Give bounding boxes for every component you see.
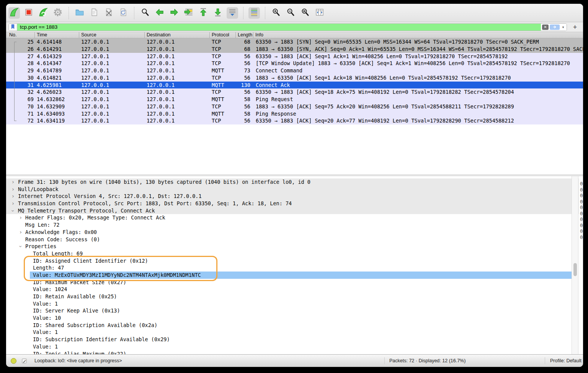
- packet-detail-pane: ›Frame 31: 130 bytes on wire (1040 bits)…: [6, 176, 583, 354]
- packet-row[interactable]: 264.614291127.0.0.1127.0.0.1TCP681883 → …: [6, 46, 583, 53]
- detail-row[interactable]: ID: Topic Alias Maximum (0x22): [6, 350, 583, 355]
- packet-row[interactable]: 284.614347127.0.0.1127.0.0.1TCP56[TCP Wi…: [6, 60, 583, 67]
- packet-row[interactable]: 304.614821127.0.0.1127.0.0.1TCP561883 → …: [6, 74, 583, 82]
- column-header-info[interactable]: Info: [253, 32, 583, 38]
- hex-offset-digit: 0: [579, 222, 583, 229]
- expert-info-icon[interactable]: [11, 358, 16, 364]
- start-capture-button[interactable]: [8, 7, 20, 19]
- detail-row-text: ID: Server Keep Alive (0x13): [33, 308, 120, 314]
- detail-row[interactable]: ID: Server Keep Alive (0x13): [6, 307, 583, 314]
- column-header-destination[interactable]: Destination: [145, 32, 210, 38]
- stop-capture-button[interactable]: [23, 7, 34, 19]
- find-packet-button[interactable]: [139, 7, 151, 19]
- packet-row[interactable]: 274.614329127.0.0.1127.0.0.1TCP5663350 →…: [6, 53, 583, 60]
- packet-row[interactable]: 7014.632909127.0.0.1127.0.0.1TCP561883 →…: [6, 103, 583, 110]
- detail-row[interactable]: ID: Maximum Packet Size (0x27): [6, 279, 583, 286]
- capture-status-text: Loopback: lo0: <live capture in progress…: [34, 355, 122, 367]
- detail-row[interactable]: Reason Code: Success (0): [6, 236, 583, 243]
- chevron-collapsed-icon[interactable]: ›: [11, 200, 15, 207]
- detail-row-text: Length: 47: [33, 265, 64, 271]
- close-file-button[interactable]: [103, 7, 114, 19]
- chevron-collapsed-icon[interactable]: ›: [11, 186, 15, 193]
- detail-row[interactable]: ID: Subscription Identifier Available (0…: [6, 336, 583, 343]
- detail-row[interactable]: ›Frame 31: 130 bytes on wire (1040 bits)…: [6, 178, 583, 186]
- column-header-length[interactable]: Length: [236, 32, 253, 38]
- detail-row[interactable]: ›MQ Telemetry Transport Protocol, Connec…: [6, 207, 583, 214]
- detail-row[interactable]: Total Length: 69: [6, 250, 583, 257]
- chevron-collapsed-icon[interactable]: ›: [18, 214, 23, 221]
- go-to-packet-button[interactable]: [183, 7, 194, 19]
- go-last-packet-button[interactable]: [212, 7, 224, 19]
- detail-row[interactable]: ID: Retain Available (0x25): [6, 293, 583, 300]
- detail-row[interactable]: ›Transmission Control Protocol, Src Port…: [6, 200, 583, 207]
- detail-row[interactable]: ›Null/Loopback: [6, 186, 583, 193]
- auto-scroll-button[interactable]: [227, 7, 238, 19]
- detail-row[interactable]: ›Internet Protocol Version 4, Src: 127.0…: [6, 193, 583, 200]
- packet-row[interactable]: 6914.632862127.0.0.1127.0.0.1MQTT58Ping …: [6, 96, 583, 103]
- open-file-button[interactable]: [74, 7, 85, 19]
- display-filter-field[interactable]: tcp.port == 1883 ✕ ▾: [8, 23, 567, 31]
- packet-row[interactable]: 324.626023127.0.0.1127.0.0.1TCP5663350 →…: [6, 88, 583, 96]
- go-back-button[interactable]: [154, 7, 165, 19]
- hex-offset-digit: 0: [579, 228, 583, 234]
- display-filter-input[interactable]: tcp.port == 1883: [17, 24, 541, 31]
- filter-bookmark-button[interactable]: [9, 24, 17, 31]
- reload-file-button[interactable]: [118, 7, 129, 19]
- detail-row[interactable]: Msg Len: 72: [6, 221, 583, 229]
- zoom-in-button[interactable]: [270, 7, 282, 19]
- filter-apply-button[interactable]: [550, 25, 560, 30]
- profile-text[interactable]: Profile: Default: [550, 355, 581, 367]
- gear-icon: [53, 7, 63, 19]
- detail-scrollbar[interactable]: [572, 176, 578, 354]
- chevron-collapsed-icon[interactable]: ›: [11, 178, 15, 186]
- zoom-out-button[interactable]: [285, 7, 296, 19]
- filter-clear-button[interactable]: ✕: [542, 25, 549, 30]
- detail-row[interactable]: ›Properties: [6, 243, 583, 250]
- display-filter-bar: tcp.port == 1883 ✕ ▾ +: [6, 22, 583, 32]
- zoom-reset-icon: [301, 8, 310, 18]
- go-forward-button[interactable]: [168, 7, 180, 19]
- detail-row[interactable]: Value: 1024: [6, 286, 583, 293]
- scrollbar-thumb[interactable]: [573, 263, 577, 276]
- column-header-no[interactable]: No.: [6, 32, 35, 38]
- detail-row[interactable]: Value: 1: [6, 343, 583, 350]
- arrow-down-bar-icon: [213, 8, 222, 18]
- chevron-expanded-icon[interactable]: ›: [10, 208, 17, 213]
- filter-history-caret[interactable]: ▾: [561, 25, 565, 29]
- packet-row[interactable]: 254.614148127.0.0.1127.0.0.1TCP6863350 →…: [6, 38, 583, 46]
- capture-comment-icon[interactable]: [21, 358, 27, 364]
- hex-offset-digit: 0: [579, 211, 583, 217]
- chevron-collapsed-icon[interactable]: ›: [11, 193, 15, 200]
- detail-row-text: Frame 31: 130 bytes on wire (1040 bits),…: [18, 179, 310, 185]
- detail-row[interactable]: Value: 1: [6, 300, 583, 308]
- packet-list-header: No.TimeSourceDestinationProtocolLengthIn…: [6, 32, 583, 38]
- resize-columns-button[interactable]: [314, 7, 325, 19]
- packet-row[interactable]: 314.625981127.0.0.1127.0.0.1MQTT130Conne…: [6, 82, 583, 89]
- colorize-button[interactable]: [248, 7, 260, 19]
- chevron-expanded-icon[interactable]: ›: [17, 244, 24, 249]
- document-close-icon: [104, 8, 113, 18]
- detail-row[interactable]: ›Acknowledge Flags: 0x00: [6, 229, 583, 236]
- detail-row[interactable]: Value: 10: [6, 314, 583, 322]
- save-file-button[interactable]: [88, 7, 100, 19]
- add-filter-button[interactable]: +: [571, 23, 579, 31]
- detail-row[interactable]: ID: Shared Subscription Available (0x2a): [6, 322, 583, 329]
- column-header-protocol[interactable]: Protocol: [210, 32, 236, 38]
- detail-row-text: Value: 1: [33, 344, 58, 350]
- arrow-up-bar-icon: [199, 8, 208, 18]
- go-first-packet-button[interactable]: [198, 7, 209, 19]
- detail-row[interactable]: Length: 47: [6, 264, 583, 272]
- restart-capture-button[interactable]: [38, 7, 49, 19]
- packet-row[interactable]: 294.614789127.0.0.1127.0.0.1MQTT73Connec…: [6, 67, 583, 74]
- capture-options-button[interactable]: [52, 7, 64, 19]
- detail-row[interactable]: ›Header Flags: 0x20, Message Type: Conne…: [6, 214, 583, 221]
- column-header-source[interactable]: Source: [79, 32, 145, 38]
- chevron-collapsed-icon[interactable]: ›: [18, 229, 23, 236]
- detail-row[interactable]: Value: 1: [6, 329, 583, 336]
- packet-row[interactable]: 7114.634093127.0.0.1127.0.0.1MQTT58Ping …: [6, 110, 583, 118]
- zoom-reset-button[interactable]: [299, 7, 311, 19]
- packet-row[interactable]: 7214.634119127.0.0.1127.0.0.1TCP5663350 …: [6, 117, 583, 124]
- detail-row-selected[interactable]: Value: MzExOTUxMDY3MzI1MDYyNDc2NTM4NTAxM…: [6, 272, 583, 279]
- detail-row[interactable]: ID: Assigned Client Identifier (0x12): [6, 257, 583, 265]
- column-header-time[interactable]: Time: [35, 32, 79, 38]
